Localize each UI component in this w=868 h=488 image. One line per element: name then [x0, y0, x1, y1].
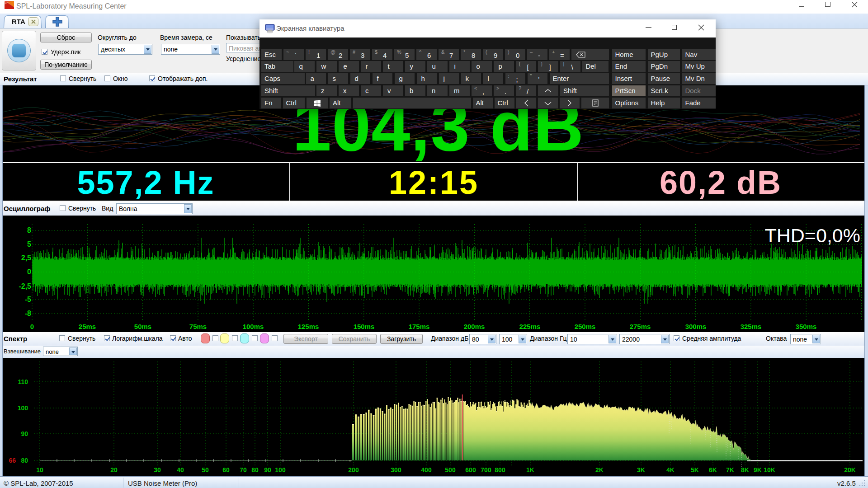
svg-text:2K: 2K — [595, 466, 604, 474]
svg-text:800: 800 — [495, 466, 505, 474]
svg-text:40: 40 — [177, 466, 184, 474]
svg-text:50ms: 50ms — [134, 323, 151, 330]
svg-text:8: 8 — [27, 226, 31, 234]
svg-text:200ms: 200ms — [464, 323, 485, 330]
svg-text:20K: 20K — [844, 466, 856, 474]
svg-text:7K: 7K — [726, 466, 734, 474]
svg-text:275ms: 275ms — [630, 323, 651, 330]
svg-text:300ms: 300ms — [685, 323, 707, 330]
svg-text:5: 5 — [27, 240, 31, 248]
svg-text:-5: -5 — [25, 296, 31, 303]
svg-text:80: 80 — [21, 457, 28, 464]
svg-text:200: 200 — [348, 466, 359, 474]
svg-text:9K: 9K — [754, 466, 762, 474]
svg-text:90: 90 — [264, 466, 271, 474]
svg-text:600: 600 — [465, 466, 476, 474]
svg-text:400: 400 — [421, 466, 432, 474]
svg-text:4K: 4K — [666, 466, 675, 474]
svg-text:0: 0 — [30, 323, 34, 330]
svg-text:-2,5: -2,5 — [19, 282, 31, 290]
svg-text:70: 70 — [240, 466, 247, 474]
svg-text:700: 700 — [481, 466, 491, 474]
svg-text:THD=0,0%: THD=0,0% — [765, 225, 861, 246]
svg-text:250ms: 250ms — [575, 323, 596, 330]
svg-text:80: 80 — [251, 466, 259, 474]
svg-text:60: 60 — [222, 466, 230, 474]
svg-text:175ms: 175ms — [409, 323, 430, 330]
svg-text:5K: 5K — [691, 466, 699, 474]
svg-text:75ms: 75ms — [189, 323, 207, 330]
svg-text:0: 0 — [27, 268, 31, 276]
svg-text:225ms: 225ms — [519, 323, 541, 330]
svg-text:125ms: 125ms — [298, 323, 319, 330]
svg-text:50: 50 — [202, 466, 209, 474]
svg-text:500: 500 — [445, 466, 456, 474]
svg-text:100: 100 — [275, 466, 286, 474]
svg-text:100: 100 — [18, 404, 28, 412]
svg-text:-8: -8 — [25, 310, 31, 317]
svg-text:110: 110 — [18, 378, 28, 385]
svg-text:3K: 3K — [637, 466, 645, 474]
svg-text:25ms: 25ms — [79, 323, 96, 330]
svg-text:66: 66 — [9, 457, 16, 464]
svg-text:90: 90 — [21, 430, 28, 437]
svg-text:300: 300 — [391, 466, 401, 474]
svg-text:10K: 10K — [764, 466, 775, 474]
svg-text:30: 30 — [154, 466, 161, 474]
svg-text:100ms: 100ms — [243, 323, 264, 330]
svg-text:6K: 6K — [709, 466, 717, 474]
svg-text:8K: 8K — [741, 466, 749, 474]
svg-text:325ms: 325ms — [741, 323, 762, 330]
svg-text:150ms: 150ms — [354, 323, 375, 330]
svg-text:10: 10 — [36, 466, 43, 474]
svg-text:350ms: 350ms — [796, 323, 817, 330]
svg-text:1K: 1K — [526, 466, 534, 474]
svg-text:20: 20 — [110, 466, 118, 474]
svg-text:2,5: 2,5 — [21, 254, 31, 262]
